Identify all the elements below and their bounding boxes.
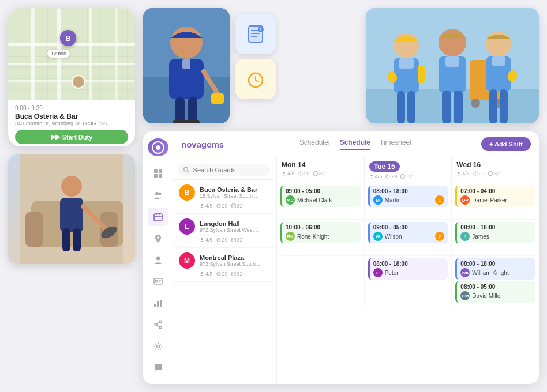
shift-time: 07:00 - 04:00 <box>460 188 532 194</box>
svg-rect-59 <box>159 169 162 173</box>
shift-card[interactable]: 10:00 - 06:00 RK Rone Knight <box>280 222 361 243</box>
svg-rect-50 <box>492 56 505 66</box>
day-name-mon14: Mon 14 <box>282 161 359 169</box>
cal-cell-langdon-mon[interactable]: 10:00 - 06:00 RK Rone Knight <box>277 220 365 255</box>
sidebar-idcard-icon[interactable] <box>148 273 168 291</box>
svg-line-88 <box>219 206 220 206</box>
person-name: William Knight <box>472 270 508 276</box>
svg-point-36 <box>471 99 480 108</box>
person-avatar: J <box>460 232 470 241</box>
schedule-grid: B Buca Osteria & Bar 15 Sylvan Street So… <box>173 157 539 384</box>
location-meta-guards: 4/5 <box>200 237 213 243</box>
svg-rect-3 <box>25 212 43 247</box>
cal-cell-langdon-tue[interactable]: 09:00 - 05:00 W Wilson 2 <box>365 220 452 255</box>
cal-meta-shifts-wed: 32 <box>488 171 500 176</box>
shift-time: 08:00 - 18:00 <box>373 261 445 267</box>
sidebar-share-icon[interactable] <box>148 316 168 334</box>
shift-card[interactable]: 08:00 - 05:00 DM David Miller <box>455 281 535 303</box>
app-window: novagems Scheduler Schedule Timesheet + … <box>143 131 539 384</box>
person-name: David Miller <box>472 293 502 299</box>
shift-person: DP Daniel Parker <box>460 195 532 205</box>
list-item[interactable]: L Langdon Hall 972 Sylvan Street West ..… <box>173 214 276 248</box>
add-shift-button[interactable]: + Add Shift <box>481 137 531 151</box>
shift-card[interactable]: 09:00 - 05:00 MC Michael Clark <box>280 186 361 207</box>
svg-point-13 <box>170 27 203 59</box>
cal-meta-guards-wed: 4/5 <box>456 171 470 176</box>
svg-rect-75 <box>157 301 159 307</box>
cal-cell-montreal-tue[interactable]: 08:00 - 18:00 P Peter <box>365 256 452 307</box>
shift-card[interactable]: 07:00 - 04:00 DP Daniel Parker <box>455 186 535 207</box>
shift-card[interactable]: 09:00 - 05:00 W Wilson 2 <box>368 222 448 243</box>
svg-point-91 <box>201 238 203 240</box>
svg-point-97 <box>201 272 203 274</box>
search-input[interactable] <box>193 167 264 174</box>
svg-point-78 <box>155 323 157 326</box>
shift-person: P Peter <box>373 268 445 277</box>
tab-timesheet[interactable]: Timesheet <box>380 138 412 150</box>
shift-person: WK William Knight <box>460 268 532 277</box>
svg-rect-110 <box>401 175 404 178</box>
cal-meta-shifts-mon: 32 <box>313 171 325 176</box>
start-duty-icon: ▶▶ <box>51 133 60 141</box>
start-duty-button[interactable]: ▶▶ Start Duty <box>15 130 128 144</box>
svg-rect-106 <box>313 172 317 175</box>
cal-cell-montreal-wed[interactable]: 08:00 - 18:00 WK William Knight 08:00 - … <box>452 256 539 307</box>
person-avatar: DP <box>460 195 470 205</box>
svg-rect-101 <box>231 272 235 276</box>
location-address: 972 Sylvan Street West .. <box>200 227 258 233</box>
cal-cell-buca-tue[interactable]: 08:00 - 18:00 M Martin 1 <box>365 183 452 219</box>
list-item[interactable]: M Montreal Plaza 972 Sylvan Street South… <box>173 248 276 282</box>
person-avatar: WK <box>460 268 470 277</box>
shift-time: 08:00 - 18:00 <box>373 188 445 194</box>
sidebar-grid-icon[interactable] <box>148 164 168 182</box>
worker-photo <box>143 8 230 123</box>
day-name-wed16: Wed 16 <box>456 161 534 169</box>
cal-cell-langdon-wed[interactable]: 08:00 - 18:00 J James <box>452 220 539 255</box>
shift-time: 08:00 - 05:00 <box>460 284 532 290</box>
location-name: Buca Osteria & Bar <box>200 186 257 193</box>
tab-scheduler[interactable]: Scheduler <box>299 138 331 150</box>
shift-person: J James <box>460 232 532 241</box>
phone-venue: Buca Osteria & Bar <box>15 112 128 120</box>
sidebar-chat-icon[interactable] <box>148 359 168 377</box>
shift-person: DM David Miller <box>460 291 532 300</box>
sidebar-calendar-icon[interactable] <box>148 208 168 225</box>
shift-card[interactable]: 08:00 - 18:00 P Peter <box>368 258 448 280</box>
svg-rect-60 <box>154 174 158 178</box>
cal-meta-guards-mon: 4/5 <box>282 171 295 176</box>
cal-cell-montreal-mon[interactable] <box>277 256 365 307</box>
shift-card[interactable]: 08:00 - 18:00 J James <box>455 222 535 243</box>
left-column: B 12 min 9:00 - 9:30 Buca Osteria & Bar … <box>8 8 135 264</box>
day-col-tue15: Tue 15 4/5 29 32 <box>365 157 452 183</box>
sidebar-users-icon[interactable] <box>148 186 168 204</box>
tab-schedule[interactable]: Schedule <box>340 138 370 150</box>
cal-row-montreal: 08:00 - 18:00 P Peter 08:00 - 18:00 <box>277 256 539 307</box>
top-center-area: ! <box>143 8 276 123</box>
sidebar-person-icon[interactable] <box>148 251 168 269</box>
svg-rect-34 <box>366 89 539 123</box>
cal-meta-hours-mon: 29 <box>298 171 310 176</box>
main-content: novagems Scheduler Schedule Timesheet + … <box>173 131 539 384</box>
person-name: Michael Clark <box>297 197 332 203</box>
start-duty-label: Start Duty <box>62 134 93 141</box>
sidebar-settings-icon[interactable] <box>148 337 168 355</box>
person-name: Daniel Parker <box>472 197 507 203</box>
location-address: 972 Sylvan Street South .. <box>200 261 260 267</box>
location-list: B Buca Osteria & Bar 15 Sylvan Street So… <box>173 157 277 384</box>
phone-time: 9:00 - 9:30 <box>15 105 128 111</box>
cal-cell-buca-wed[interactable]: 07:00 - 04:00 DP Daniel Parker <box>452 183 539 219</box>
cal-cell-buca-mon[interactable]: 09:00 - 05:00 MC Michael Clark <box>277 183 365 219</box>
shift-person: M Martin 1 <box>373 195 445 205</box>
svg-rect-95 <box>231 238 235 242</box>
phone-mockup: B 12 min 9:00 - 9:30 Buca Osteria & Bar … <box>8 8 135 146</box>
sidebar-location-icon[interactable] <box>148 229 168 247</box>
person-name: Peter <box>385 270 399 276</box>
sidebar-chart-icon[interactable] <box>148 294 168 312</box>
shift-card[interactable]: 08:00 - 18:00 M Martin 1 <box>368 186 448 207</box>
person-avatar: RK <box>286 232 295 241</box>
svg-rect-15 <box>182 59 190 69</box>
shift-card[interactable]: 08:00 - 18:00 WK William Knight <box>455 258 535 280</box>
shift-time: 08:00 - 18:00 <box>460 224 532 231</box>
list-item[interactable]: B Buca Osteria & Bar 15 Sylvan Street So… <box>173 180 276 214</box>
svg-rect-114 <box>489 172 492 175</box>
